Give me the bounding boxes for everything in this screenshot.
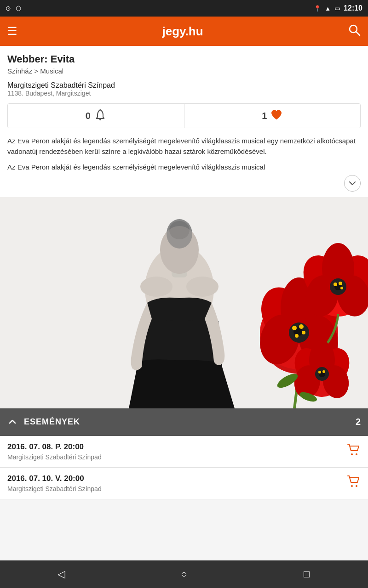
bottom-nav: ◁ ○ □ — [0, 560, 368, 588]
event-date-2: 2016. 07. 10. V. 20:00 — [7, 474, 102, 483]
svg-point-44 — [318, 371, 321, 373]
bell-icon — [94, 109, 106, 123]
svg-point-52 — [356, 485, 357, 487]
bell-button[interactable]: 0 — [8, 104, 184, 128]
top-bar: ☰ jegy.hu — [0, 17, 368, 46]
svg-point-50 — [356, 453, 357, 455]
svg-point-33 — [334, 283, 337, 286]
svg-point-9 — [140, 277, 172, 297]
svg-point-20 — [292, 326, 297, 330]
svg-point-2 — [99, 119, 101, 120]
heart-button[interactable]: 1 — [184, 104, 361, 128]
status-icons-right: 📍 ▲ ▭ 12:10 — [314, 4, 362, 12]
svg-point-34 — [339, 282, 342, 285]
svg-point-23 — [295, 334, 299, 338]
breadcrumb: Színház > Musical — [7, 67, 361, 75]
heart-icon — [270, 109, 282, 123]
event-row: 2016. 07. 08. P. 20:00 Margitszigeti Sza… — [0, 436, 368, 468]
svg-point-51 — [351, 485, 353, 487]
event-date-1: 2016. 07. 08. P. 20:00 — [7, 442, 102, 452]
svg-line-1 — [356, 32, 360, 35]
hero-image — [0, 197, 368, 408]
wifi-icon: ▲ — [325, 5, 331, 12]
svg-point-21 — [299, 324, 304, 329]
description-short: Az Eva Peron alakját és legendás személy… — [7, 162, 361, 172]
page-title: Webber: Evita — [7, 53, 361, 65]
svg-point-35 — [340, 287, 343, 289]
event-info-1: 2016. 07. 08. P. 20:00 Margitszigeti Sza… — [7, 442, 102, 461]
description-full: Az Eva Peron alakját és legendás személy… — [7, 136, 361, 157]
svg-point-48 — [160, 226, 199, 274]
app-logo: jegy.hu — [162, 24, 203, 39]
events-header[interactable]: ESEMÉNYEK 2 — [0, 408, 368, 436]
main-content: Webber: Evita Színház > Musical Margitsz… — [0, 46, 368, 197]
svg-point-22 — [302, 331, 305, 334]
svg-point-45 — [322, 370, 325, 373]
cart-icon-2[interactable] — [346, 474, 361, 492]
back-button[interactable]: ◁ — [47, 560, 75, 588]
status-bar: ⊙ ⬡ 📍 ▲ ▭ 12:10 — [0, 0, 368, 17]
events-header-left: ESEMÉNYEK — [7, 416, 80, 428]
event-venue-1: Margitszigeti Szabadtéri Színpad — [7, 453, 102, 461]
svg-point-10 — [186, 277, 218, 297]
search-icon[interactable] — [348, 23, 361, 39]
android-icon: ⊙ — [6, 5, 11, 12]
event-info-2: 2016. 07. 10. V. 20:00 Margitszigeti Sza… — [7, 474, 102, 492]
clock: 12:10 — [344, 4, 362, 12]
location-icon: 📍 — [314, 5, 321, 12]
bell-count: 0 — [86, 111, 91, 121]
battery-icon: ▭ — [334, 5, 340, 12]
event-venue-2: Margitszigeti Szabadtéri Színpad — [7, 485, 102, 492]
expand-row — [7, 172, 361, 197]
cart-icon-1[interactable] — [346, 442, 361, 460]
heart-count: 1 — [262, 111, 267, 121]
home-button[interactable]: ○ — [170, 560, 198, 588]
hamburger-menu-icon[interactable]: ☰ — [7, 25, 17, 38]
events-count: 2 — [356, 417, 361, 427]
action-buttons: 0 1 — [7, 103, 361, 128]
app-icon: ⬡ — [16, 5, 21, 12]
status-icons-left: ⊙ ⬡ — [6, 5, 21, 12]
recents-button[interactable]: □ — [293, 560, 321, 588]
event-row-2: 2016. 07. 10. V. 20:00 Margitszigeti Sza… — [0, 468, 368, 499]
venue-name: Margitszigeti Szabadtéri Színpad — [7, 81, 361, 90]
svg-point-49 — [351, 453, 353, 455]
expand-button[interactable] — [344, 175, 361, 192]
events-title: ESEMÉNYEK — [24, 417, 80, 427]
venue-address: 1138. Budapest, Margitsziget — [7, 90, 361, 97]
chevron-up-icon — [7, 416, 17, 428]
